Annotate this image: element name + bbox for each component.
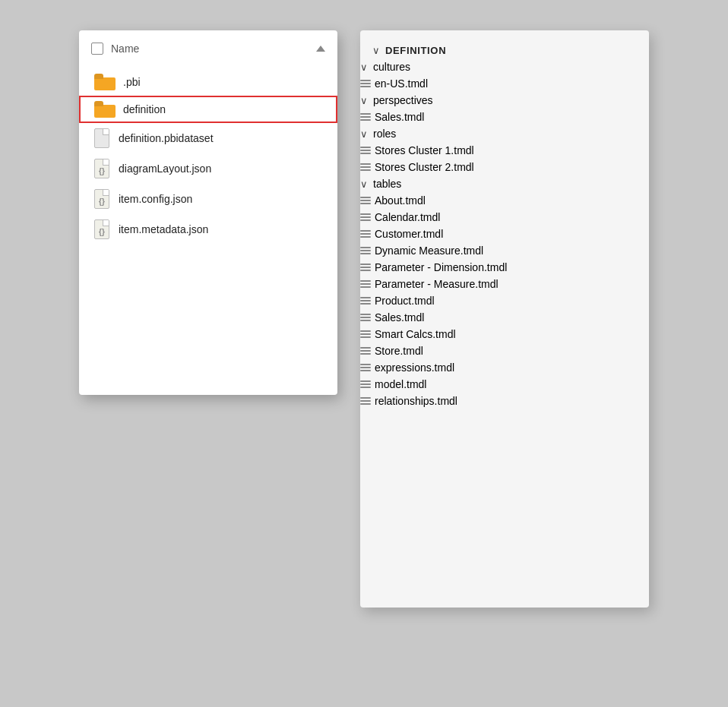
file-row[interactable]: About.tmdl <box>360 192 649 209</box>
select-all-checkbox[interactable] <box>91 43 103 55</box>
perspectives-group-row[interactable]: ∨ perspectives <box>360 92 649 109</box>
right-panel: ∨ DEFINITION ∨ cultures en-US.tmdl ∨ per… <box>360 30 649 608</box>
item-label: .pbi <box>123 76 141 88</box>
folder-icon <box>94 74 116 90</box>
file-row[interactable]: expressions.tmdl <box>360 359 649 376</box>
tmdl-icon <box>360 247 371 254</box>
roles-group-row[interactable]: ∨ roles <box>360 125 649 142</box>
item-label: item.metadata.json <box>119 223 208 235</box>
file-row[interactable]: en-US.tmdl <box>360 75 649 92</box>
tmdl-icon <box>360 297 371 305</box>
tmdl-icon <box>360 213 371 221</box>
item-label: diagramLayout.json <box>119 163 211 175</box>
file-row[interactable]: Stores Cluster 1.tmdl <box>360 142 649 159</box>
file-row[interactable]: Parameter - Dimension.tmdl <box>360 259 649 276</box>
file-row[interactable]: Product.tmdl <box>360 292 649 309</box>
tables-group-row[interactable]: ∨ tables <box>360 175 649 192</box>
file-row[interactable]: Sales.tmdl <box>360 109 649 125</box>
header-left: Name <box>91 43 139 55</box>
list-item[interactable]: {} item.config.json <box>79 184 337 214</box>
name-column-header: Name <box>111 43 139 55</box>
file-icon <box>94 128 111 148</box>
file-row[interactable]: Sales.tmdl <box>360 309 649 326</box>
chevron-down-icon: ∨ <box>360 96 368 106</box>
group-label: cultures <box>373 61 410 73</box>
file-label: Dynamic Measure.tmdl <box>375 245 483 257</box>
tmdl-icon <box>360 397 371 405</box>
file-row[interactable]: Customer.tmdl <box>360 226 649 242</box>
file-label: Stores Cluster 2.tmdl <box>375 161 474 173</box>
definition-root-row[interactable]: ∨ DEFINITION <box>360 43 649 58</box>
folder-icon <box>94 101 116 118</box>
file-label: Sales.tmdl <box>375 311 424 324</box>
tmdl-icon <box>360 147 371 154</box>
file-label: About.tmdl <box>375 194 426 207</box>
list-item[interactable]: {} item.metadata.json <box>79 214 337 245</box>
file-label: expressions.tmdl <box>375 361 454 374</box>
item-label: item.config.json <box>119 193 192 205</box>
file-row[interactable]: model.tmdl <box>360 376 649 393</box>
chevron-down-icon: ∨ <box>360 179 368 189</box>
list-item[interactable]: {} diagramLayout.json <box>79 153 337 184</box>
chevron-down-icon: ∨ <box>360 129 368 139</box>
file-label: Stores Cluster 1.tmdl <box>375 144 474 156</box>
tmdl-icon <box>360 347 371 355</box>
file-label: Calendar.tmdl <box>375 211 440 223</box>
item-label: definition.pbidataset <box>119 132 214 144</box>
list-item-definition[interactable]: definition <box>79 96 337 123</box>
file-label: model.tmdl <box>375 378 426 390</box>
panel-header: Name <box>79 39 337 62</box>
sort-chevron-icon[interactable] <box>316 46 325 52</box>
tmdl-icon <box>360 163 371 171</box>
item-label: definition <box>123 103 166 115</box>
tmdl-icon <box>360 113 371 121</box>
tmdl-icon <box>360 280 371 288</box>
tree-root: ∨ DEFINITION ∨ cultures en-US.tmdl ∨ per… <box>360 43 649 409</box>
file-row[interactable]: relationships.tmdl <box>360 393 649 409</box>
tmdl-icon <box>360 314 371 321</box>
file-label: Product.tmdl <box>375 295 435 307</box>
json-file-icon: {} <box>94 189 111 209</box>
file-label: Smart Calcs.tmdl <box>375 328 456 340</box>
group-label: perspectives <box>373 94 433 106</box>
file-row[interactable]: Smart Calcs.tmdl <box>360 326 649 342</box>
file-row[interactable]: Store.tmdl <box>360 342 649 359</box>
tmdl-icon <box>360 264 371 271</box>
file-list: .pbi definition definition.pbidataset {} <box>79 62 337 251</box>
file-label: Parameter - Measure.tmdl <box>375 278 499 290</box>
chevron-down-icon: ∨ <box>360 62 368 72</box>
list-item[interactable]: .pbi <box>79 68 337 96</box>
file-label: Parameter - Dimension.tmdl <box>375 261 507 273</box>
tmdl-icon <box>360 380 371 388</box>
left-panel: Name .pbi definition definition.pbidatas… <box>79 30 337 395</box>
file-row[interactable]: Dynamic Measure.tmdl <box>360 242 649 259</box>
file-row[interactable]: Calendar.tmdl <box>360 209 649 226</box>
group-label: tables <box>373 178 401 190</box>
tmdl-icon <box>360 230 371 238</box>
file-label: Store.tmdl <box>375 345 423 357</box>
file-label: Sales.tmdl <box>375 111 424 123</box>
json-file-icon: {} <box>94 219 111 239</box>
tmdl-icon <box>360 364 371 371</box>
file-label: relationships.tmdl <box>375 395 457 407</box>
file-row[interactable]: Parameter - Measure.tmdl <box>360 276 649 292</box>
panels-wrapper: Name .pbi definition definition.pbidatas… <box>79 30 649 608</box>
group-label: roles <box>373 128 396 140</box>
root-label: DEFINITION <box>385 45 446 56</box>
tmdl-icon <box>360 330 371 338</box>
file-label: en-US.tmdl <box>375 77 428 90</box>
json-file-icon: {} <box>94 159 111 178</box>
tmdl-icon <box>360 80 371 87</box>
file-label: Customer.tmdl <box>375 228 443 240</box>
tmdl-icon <box>360 197 371 204</box>
cultures-group-row[interactable]: ∨ cultures <box>360 58 649 75</box>
chevron-down-icon: ∨ <box>372 46 380 55</box>
list-item[interactable]: definition.pbidataset <box>79 123 337 153</box>
file-row[interactable]: Stores Cluster 2.tmdl <box>360 159 649 175</box>
